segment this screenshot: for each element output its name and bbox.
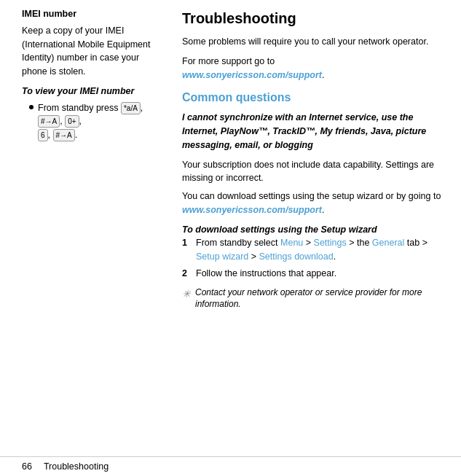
italic-question: I cannot synchronize with an Internet se…	[182, 111, 446, 152]
support-link-answer2[interactable]: www.sonyericsson.com/support	[182, 205, 322, 215]
intro-para1-text: Some problems will require you to call y…	[182, 36, 428, 47]
key-symbol-star: *a/A	[121, 102, 141, 114]
section-title: Troubleshooting	[182, 7, 446, 29]
step-2-num: 2	[182, 267, 192, 281]
footer-page-num: 66	[22, 461, 32, 472]
step-1-content: From standby select Menu > Settings > th…	[196, 236, 446, 264]
step1-sep4: >	[248, 251, 259, 262]
step-2-text: Follow the instructions that appear.	[196, 267, 336, 281]
key-symbol-zero: 0+	[65, 115, 79, 128]
answer1: Your subscription does not include data …	[182, 158, 446, 186]
tip-text: Contact your network operator or service…	[195, 286, 446, 311]
settings-download-link: Settings download	[259, 251, 334, 262]
support-link-intro[interactable]: www.sonyericsson.com/support	[182, 70, 322, 80]
intro-para2-suffix: .	[322, 70, 324, 80]
page-container: IMEI number Keep a copy of your IMEI (In…	[0, 0, 461, 476]
download-instruction-title: To download settings using the Setup wiz…	[182, 223, 446, 237]
common-questions-title: Common questions	[182, 89, 446, 106]
intro-para1: Some problems will require you to call y…	[182, 35, 446, 49]
step1-prefix: From standby select	[196, 238, 280, 248]
imei-title: IMEI number	[22, 7, 160, 21]
answer2-prefix: You can download settings using the setu…	[182, 191, 441, 201]
answer2: You can download settings using the setu…	[182, 190, 446, 217]
view-imei-instruction: To view your IMEI number	[22, 85, 160, 98]
tip-box: ✳ Contact your network operator or servi…	[182, 286, 446, 311]
intro-para2: For more support go to www.sonyericsson.…	[182, 55, 446, 82]
setup-wizard-link: Setup wizard	[196, 251, 248, 262]
imei-description: Keep a copy of your IMEI (International …	[22, 24, 160, 79]
menu-link: Menu	[280, 238, 303, 248]
tip-icon: ✳	[182, 287, 191, 302]
key-symbol-hash1: #→A	[38, 115, 60, 128]
bullet-item-imei: From standby press *a/A, #→A, 0+, 6, #→A…	[29, 101, 160, 142]
intro-para2-prefix: For more support go to	[182, 56, 275, 66]
bullet-dot	[29, 105, 34, 109]
step1-suffix: .	[334, 251, 336, 262]
key-zero: 0+,	[65, 116, 82, 126]
key-hash2: #→A.	[53, 130, 78, 140]
step1-sep3: tab >	[404, 238, 427, 248]
step-2: 2 Follow the instructions that appear.	[182, 267, 446, 281]
answer2-suffix: .	[322, 205, 324, 215]
bullet-text: From standby press	[38, 103, 118, 113]
key-six: 6,	[38, 130, 50, 140]
footer-title: Troubleshooting	[44, 461, 109, 472]
key-star: *a/A,	[121, 103, 143, 113]
steps-list: 1 From standby select Menu > Settings > …	[182, 236, 446, 280]
footer: 66 Troubleshooting	[0, 456, 461, 476]
settings-link: Settings	[314, 238, 347, 248]
step-1: 1 From standby select Menu > Settings > …	[182, 236, 446, 264]
key-symbol-six: 6	[38, 129, 48, 141]
right-column: Troubleshooting Some problems will requi…	[175, 7, 461, 456]
general-link: General	[372, 238, 404, 248]
step-1-num: 1	[182, 236, 192, 264]
left-column: IMEI number Keep a copy of your IMEI (In…	[0, 7, 175, 456]
key-hash1: #→A,	[38, 116, 63, 126]
step1-sep1: >	[303, 238, 313, 248]
step1-sep2: > the	[347, 238, 372, 248]
key-symbol-hash2: #→A	[53, 129, 75, 141]
bullet-content: From standby press *a/A, #→A, 0+, 6, #→A…	[38, 101, 160, 142]
content-area: IMEI number Keep a copy of your IMEI (In…	[0, 0, 461, 456]
